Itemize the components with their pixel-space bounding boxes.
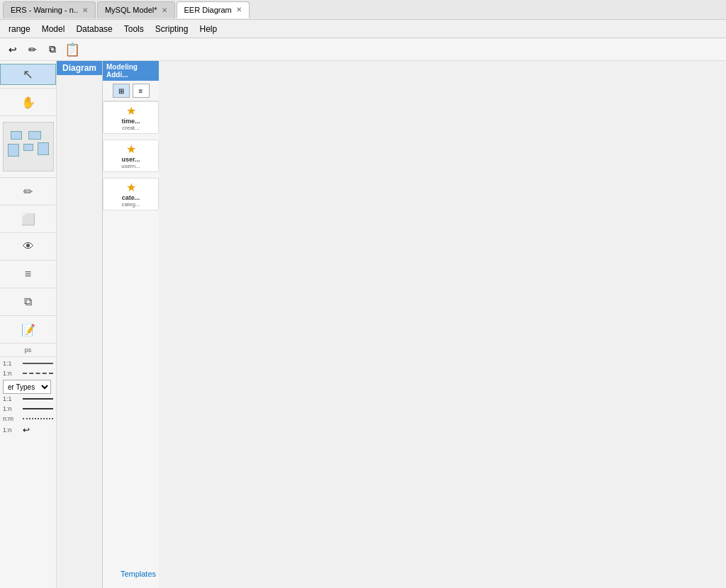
toolbar-paste[interactable]: 📋 — [64, 41, 81, 58]
menu-bar: range Model Database Tools Scripting Hel… — [0, 20, 726, 38]
tab-eer-diagram[interactable]: EER Diagram ✕ — [177, 1, 250, 18]
addon-category-desc: categ... — [121, 201, 140, 208]
addon-time-name: time... — [122, 118, 140, 125]
tab-ers-close[interactable]: ✕ — [82, 6, 88, 14]
tool-select[interactable]: ↖ — [0, 64, 56, 85]
addon-user-star: ★ — [126, 142, 136, 156]
right-panel: Modeling Addi... ⊞ ≡ ★ time... creat... … — [102, 61, 159, 588]
main-layout: ↖ ✋ ✏ ⬜ 👁 ≡ — [0, 61, 726, 588]
addon-user[interactable]: ★ user... usern... — [103, 140, 159, 172]
tab-mysql-model-label: MySQL Model* — [105, 6, 157, 14]
tab-eer-diagram-label: EER Diagram — [184, 6, 232, 14]
addon-category[interactable]: ★ cate... categ... — [103, 178, 159, 210]
diagram-title: Diagram — [62, 63, 96, 73]
er-types-select[interactable]: er Types — [3, 380, 51, 394]
diagram-wrapper: Diagram wards ▼ — [57, 61, 102, 588]
rel-1-n-self[interactable]: 1:n ↩ — [3, 424, 53, 436]
view-grid-btn[interactable]: ⊞ — [113, 84, 130, 98]
menu-range[interactable]: range — [3, 23, 36, 35]
rel-n-m[interactable]: n:m — [3, 414, 53, 424]
tab-ers[interactable]: ERS - Warning - n.. ✕ — [3, 1, 96, 18]
tool-table[interactable]: ⬜ — [0, 208, 56, 230]
minimap — [3, 122, 54, 171]
tab-ers-label: ERS - Warning - n.. — [11, 6, 78, 14]
view-list-btn[interactable]: ≡ — [133, 84, 150, 98]
left-sidebar: ↖ ✋ ✏ ⬜ 👁 ≡ — [0, 61, 57, 588]
tab-mysql-model-close[interactable]: ✕ — [162, 6, 167, 14]
menu-scripting[interactable]: Scripting — [150, 23, 194, 35]
tool-pan[interactable]: ✋ — [0, 91, 56, 113]
tool-note[interactable]: 📝 — [0, 319, 56, 340]
tab-mysql-model[interactable]: MySQL Model* ✕ — [97, 1, 175, 18]
diagram-header: Diagram — [57, 61, 102, 75]
menu-tools[interactable]: Tools — [118, 23, 150, 35]
addon-time-star: ★ — [126, 104, 136, 118]
addon-category-name: cate... — [122, 194, 140, 201]
addon-time[interactable]: ★ time... creat... — [103, 101, 159, 134]
rel-1-1-nonident[interactable]: 1:1 — [3, 358, 53, 368]
addon-category-star: ★ — [126, 181, 136, 194]
tool-view[interactable]: 👁 — [0, 236, 56, 257]
menu-database[interactable]: Database — [70, 23, 118, 35]
addon-user-name: user... — [122, 156, 140, 163]
templates-link[interactable]: Templates — [121, 570, 156, 578]
addon-user-desc: usern... — [121, 163, 140, 169]
menu-help[interactable]: Help — [194, 23, 223, 35]
toolbar-edit[interactable]: ✏ — [24, 41, 41, 58]
rel-types-label: ps — [0, 344, 56, 357]
tool-routine[interactable]: ≡ — [0, 264, 56, 285]
rel-1-1-ident[interactable]: 1:1 — [3, 394, 53, 404]
menu-model[interactable]: Model — [36, 23, 71, 35]
addon-time-desc: creat... — [122, 125, 139, 131]
right-panel-header: Modeling Addi... — [103, 61, 159, 81]
tab-eer-diagram-close[interactable]: ✕ — [236, 6, 242, 13]
toolbar-copy[interactable]: ⧉ — [44, 41, 61, 58]
rel-1-n-ident[interactable]: 1:n — [3, 404, 53, 414]
toolbar: ↩ ✏ ⧉ 📋 — [0, 38, 726, 61]
view-toggle: ⊞ ≡ — [103, 81, 159, 101]
rel-1-n-nonident[interactable]: 1:n — [3, 368, 53, 378]
tab-bar: ERS - Warning - n.. ✕ MySQL Model* ✕ EER… — [0, 0, 726, 20]
toolbar-undo[interactable]: ↩ — [4, 41, 21, 58]
tool-layer[interactable]: ⧉ — [0, 291, 56, 312]
tool-pencil[interactable]: ✏ — [0, 181, 56, 202]
